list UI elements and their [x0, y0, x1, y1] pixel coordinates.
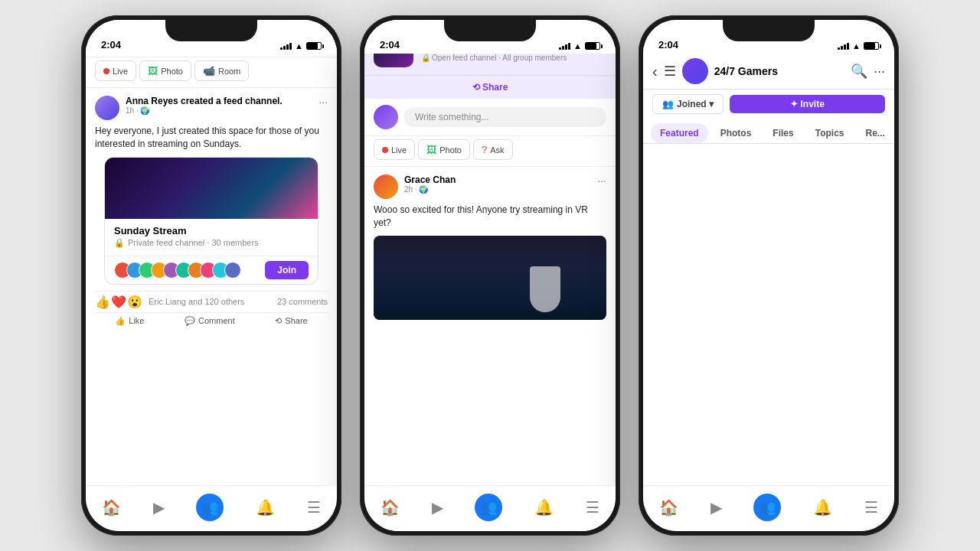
status-icons-1: ▲ — [280, 41, 322, 51]
post-avatar-2 — [374, 174, 398, 199]
nav-groups-3[interactable]: 👥 — [753, 494, 781, 521]
post-header-1: Anna Reyes created a feed channel. 1h · … — [95, 96, 328, 120]
tab-files-3[interactable]: Files — [763, 123, 802, 143]
group-avatar-3 — [682, 58, 708, 84]
post-text-1: Hey everyone, I just created this space … — [95, 125, 328, 151]
battery-icon-3 — [864, 42, 879, 50]
action-buttons-2: Live 🖼 Photo ? Ask — [364, 136, 616, 167]
status-icons-3: ▲ — [838, 41, 879, 51]
nav-video-1[interactable]: ▶ — [153, 498, 165, 517]
live-button-1[interactable]: Live — [95, 60, 136, 81]
member-av-10 — [224, 262, 241, 279]
post-more-2[interactable]: ··· — [597, 174, 606, 187]
screen-content-2: Sunday Stream › in 24/7 Gamers 🔒 Open fe… — [364, 20, 616, 485]
nav-menu-2[interactable]: ☰ — [586, 498, 599, 517]
live-button-2[interactable]: Live — [374, 139, 415, 160]
bottom-nav-2: 🏠 ▶ 👥 🔔 ☰ — [364, 485, 616, 531]
post-time-1: 1h · 🌍 — [126, 106, 312, 115]
like-button-1[interactable]: 👍 Like — [115, 316, 144, 326]
phone-1: 2:04 ▲ ‹ ☰ 24/7 Gamers 🔍 ··· — [81, 15, 341, 536]
phone-3: 2:04 ▲ ‹ ☰ 24/7 Gamers 🔍 ··· — [639, 15, 899, 536]
channel-bg-1 — [105, 158, 318, 219]
wifi-icon-3: ▲ — [852, 41, 861, 51]
battery-icon — [306, 42, 322, 50]
status-icons-2: ▲ — [559, 41, 600, 51]
nav-menu-3[interactable]: ☰ — [864, 498, 878, 517]
comment-count-1: 23 comments — [277, 297, 328, 306]
live-dot-1 — [103, 68, 109, 74]
lock-icon-2: 🔒 — [421, 54, 430, 62]
battery-icon-2 — [585, 42, 600, 50]
room-button-1[interactable]: 📹 Room — [194, 60, 249, 81]
channel-title-1: Sunday Stream — [114, 225, 309, 236]
nav-notif-1[interactable]: 🔔 — [256, 498, 275, 517]
more-button-3[interactable]: ··· — [874, 64, 885, 80]
post-card-1: Anna Reyes created a feed channel. 1h · … — [86, 88, 337, 337]
signal-icon — [280, 43, 292, 50]
member-avatars-1 — [114, 262, 241, 279]
post-card-2: Grace Chan 2h · 🌍 ··· Wooo so excited fo… — [364, 167, 616, 334]
join-button-1[interactable]: Join — [265, 261, 309, 279]
compose-avatar-2 — [374, 105, 398, 129]
comment-button-1[interactable]: 💬 Comment — [185, 316, 235, 326]
time-3: 2:04 — [658, 39, 678, 51]
ask-button-2[interactable]: ? Ask — [473, 139, 513, 160]
tab-featured-3[interactable]: Featured — [651, 123, 708, 143]
joined-button-3[interactable]: 👥 Joined ▾ — [652, 94, 724, 114]
nav-groups-2[interactable]: 👥 — [475, 494, 502, 521]
ask-icon: ? — [482, 144, 487, 155]
time-2: 2:04 — [380, 39, 400, 51]
signal-icon-2 — [559, 43, 570, 50]
post-avatar-1 — [95, 96, 119, 120]
post-author-1: Anna Reyes created a feed channel. — [126, 96, 312, 106]
bottom-nav-3: 🏠 ▶ 👥 🔔 ☰ — [643, 485, 894, 531]
channel-card-1: Sunday Stream 🔒 Private feed channel · 3… — [104, 157, 318, 285]
tab-photos-3[interactable]: Photos — [711, 123, 761, 143]
tab-topics-3[interactable]: Topics — [806, 123, 854, 143]
reaction-emojis-1: 👍❤️😮 — [95, 295, 142, 309]
nav-home-2[interactable]: 🏠 — [381, 498, 400, 517]
nav-notif-3[interactable]: 🔔 — [813, 498, 832, 517]
post-image-2 — [374, 236, 606, 320]
share-bar-2[interactable]: ⟲ Share — [364, 76, 616, 99]
signal-icon-3 — [838, 43, 849, 50]
screen-content-1: Write something... Live 🖼 Photo 📹 Room — [86, 20, 337, 485]
post-actions-1: 👍 Like 💬 Comment ⟲ Share — [95, 312, 328, 329]
channel-header-1 — [105, 158, 318, 219]
photo-button-2[interactable]: 🖼 Photo — [418, 139, 470, 160]
nav-menu-1[interactable]: ☰ — [307, 498, 321, 517]
action-buttons-1: Live 🖼 Photo 📹 Room — [86, 57, 337, 88]
nav-notif-2[interactable]: 🔔 — [534, 498, 554, 517]
menu-button-3[interactable]: ☰ — [664, 63, 676, 80]
tab-more-3[interactable]: Re... — [857, 123, 894, 143]
search-button-3[interactable]: 🔍 — [851, 63, 867, 80]
tabs-bar-3: Featured Photos Files Topics Re... — [643, 119, 894, 144]
wifi-icon: ▲ — [295, 41, 303, 51]
feed-meta-2: 🔒 Open feed channel · All group members — [421, 54, 606, 62]
post-text-2: Wooo so excited for this! Anyone try str… — [374, 204, 606, 230]
nav-video-3[interactable]: ▶ — [710, 498, 722, 517]
nav-home-1[interactable]: 🏠 — [102, 498, 121, 517]
channel-meta-1: 🔒 Private feed channel · 30 members — [114, 238, 309, 248]
invite-button-3[interactable]: ✦ Invite — [730, 95, 885, 113]
group-name-3: 24/7 Gamers — [714, 65, 844, 77]
live-dot-2 — [382, 147, 388, 153]
nav-home-3[interactable]: 🏠 — [659, 498, 678, 517]
share-button-1[interactable]: ⟲ Share — [275, 316, 307, 326]
phone-2: 2:04 ▲ ‹ ☰ 🔍 ··· — [360, 15, 620, 536]
post-meta-1: Anna Reyes created a feed channel. 1h · … — [126, 96, 312, 115]
compose-input-2[interactable]: Write something... — [404, 107, 606, 127]
notch — [165, 20, 257, 41]
nav-video-2[interactable]: ▶ — [432, 498, 443, 517]
bottom-nav-1: 🏠 ▶ 👥 🔔 ☰ — [86, 485, 337, 531]
notch-2 — [444, 20, 536, 41]
time-1: 2:04 — [101, 39, 121, 51]
room-icon: 📹 — [203, 65, 215, 77]
back-button-3[interactable]: ‹ — [652, 63, 658, 80]
nav-bar-3: ‹ ☰ 24/7 Gamers 🔍 ··· — [643, 54, 894, 90]
reactions-bar-1: 👍❤️😮 Eric Liang and 120 others 23 commen… — [95, 291, 328, 312]
post-more-1[interactable]: ··· — [318, 96, 328, 108]
nav-groups-1[interactable]: 👥 — [196, 494, 224, 521]
post-time-2: 2h · 🌍 — [404, 185, 591, 194]
photo-button-1[interactable]: 🖼 Photo — [139, 60, 191, 81]
